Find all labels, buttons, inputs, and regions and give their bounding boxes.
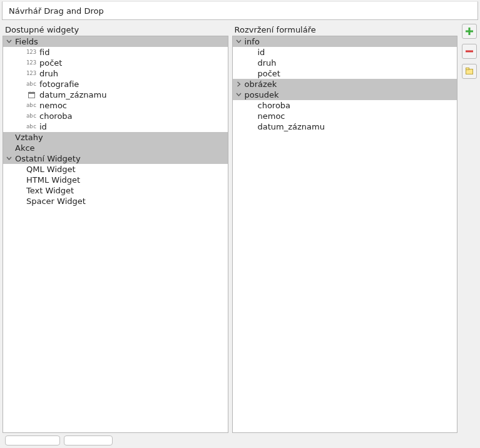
layout-group-info[interactable]: info [233, 36, 457, 47]
form-layout-tree[interactable]: info id druh počet [232, 36, 458, 433]
expand-icon[interactable] [6, 38, 13, 45]
add-tab-button[interactable] [462, 24, 477, 39]
layout-item[interactable]: choroba [233, 100, 457, 111]
number-type-icon: 123 [26, 58, 36, 68]
field-item[interactable]: abc id [3, 121, 228, 132]
tab-icon [464, 66, 474, 76]
minus-icon [464, 46, 474, 56]
group-label: Akce [15, 143, 35, 153]
item-label: nemoc [258, 111, 285, 121]
layout-item[interactable]: datum_záznamu [233, 121, 457, 132]
widget-item[interactable]: HTML Widget [3, 175, 228, 185]
item-label: druh [258, 58, 277, 68]
titlebar: Návrhář Drag and Drop [2, 1, 478, 20]
expand-icon[interactable] [6, 155, 13, 162]
group-label: obrázek [245, 79, 277, 89]
item-label: choroba [258, 100, 291, 111]
item-label: počet [258, 68, 280, 79]
plus-icon [464, 26, 474, 36]
layout-group-obrazek[interactable]: obrázek [233, 79, 457, 89]
widget-item[interactable]: Text Widget [3, 185, 228, 196]
field-label: id [39, 121, 47, 132]
tree-group-fields[interactable]: Fields [3, 36, 228, 47]
text-type-icon: abc [26, 122, 36, 132]
widget-label: Spacer Widget [26, 196, 86, 206]
footer-button-1[interactable] [5, 435, 60, 445]
window-title: Návrhář Drag and Drop [9, 6, 104, 16]
collapse-icon[interactable] [235, 81, 242, 88]
tree-group-relations[interactable]: Vztahy [3, 132, 228, 143]
number-type-icon: 123 [26, 69, 36, 79]
group-label: Fields [15, 36, 38, 47]
field-label: druh [39, 68, 58, 79]
side-buttons [461, 24, 477, 433]
designer-window: Návrhář Drag and Drop Dostupné widgety F… [0, 0, 480, 448]
field-label: fid [39, 47, 49, 58]
footer [0, 433, 480, 448]
text-type-icon: abc [26, 111, 36, 121]
expand-icon[interactable] [235, 91, 242, 98]
field-label: choroba [39, 111, 73, 121]
field-label: nemoc [39, 100, 67, 111]
text-type-icon: abc [26, 79, 36, 89]
date-type-icon [26, 90, 36, 100]
field-item[interactable]: abc fotografie [3, 79, 228, 89]
field-label: fotografie [39, 79, 79, 89]
widget-item[interactable]: QML Widget [3, 164, 228, 175]
tree-group-other-widgets[interactable]: Ostatní Widgety [3, 153, 228, 164]
svg-rect-8 [466, 68, 469, 70]
expand-icon[interactable] [235, 38, 242, 45]
field-item[interactable]: 123 druh [3, 68, 228, 79]
group-label: info [245, 36, 260, 47]
tree-group-actions[interactable]: Akce [3, 143, 228, 153]
item-label: id [258, 47, 265, 58]
edit-tab-button[interactable] [462, 64, 477, 79]
field-item[interactable]: abc nemoc [3, 100, 228, 111]
group-label: posudek [245, 89, 279, 100]
layout-item[interactable]: druh [233, 58, 457, 68]
svg-rect-6 [466, 51, 473, 53]
layout-item[interactable]: id [233, 47, 457, 58]
field-item[interactable]: 123 fid [3, 47, 228, 58]
text-type-icon: abc [26, 101, 36, 111]
group-label: Vztahy [15, 132, 43, 143]
field-item[interactable]: 123 počet [3, 58, 228, 68]
layout-item[interactable]: nemoc [233, 111, 457, 121]
available-widgets-tree[interactable]: Fields 123 fid 123 počet 123 druh [3, 36, 228, 433]
svg-rect-5 [466, 31, 473, 33]
item-label: datum_záznamu [258, 121, 325, 132]
field-label: datum_záznamu [39, 89, 106, 100]
layout-item[interactable]: počet [233, 68, 457, 79]
available-widgets-panel: Dostupné widgety Fields 123 fid [3, 24, 228, 433]
svg-rect-1 [28, 93, 34, 94]
widget-item[interactable]: Spacer Widget [3, 196, 228, 206]
field-label: počet [39, 58, 62, 68]
body: Dostupné widgety Fields 123 fid [0, 21, 480, 433]
widget-label: HTML Widget [26, 175, 80, 185]
group-label: Ostatní Widgety [15, 153, 81, 164]
widget-label: QML Widget [26, 164, 76, 175]
field-item[interactable]: datum_záznamu [3, 89, 228, 100]
widget-label: Text Widget [26, 185, 74, 196]
remove-tab-button[interactable] [462, 44, 477, 59]
form-layout-panel: Rozvržení formuláře info id druh [232, 24, 458, 433]
field-item[interactable]: abc choroba [3, 111, 228, 121]
number-type-icon: 123 [26, 48, 36, 58]
footer-button-2[interactable] [64, 435, 113, 445]
available-widgets-label: Dostupné widgety [3, 24, 228, 36]
form-layout-label: Rozvržení formuláře [232, 24, 458, 36]
layout-group-posudek[interactable]: posudek [233, 89, 457, 100]
